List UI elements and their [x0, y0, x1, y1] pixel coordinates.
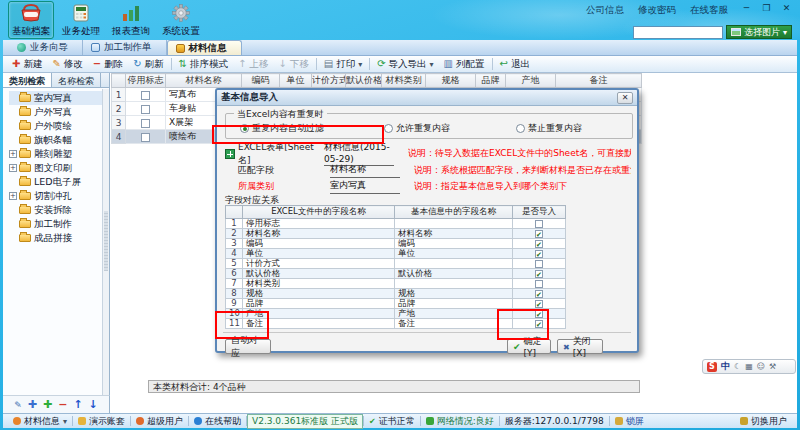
row-checkbox[interactable] — [141, 119, 150, 128]
sort-mode-button[interactable]: 排序模式 — [174, 58, 233, 71]
col-header[interactable]: 计价方式 — [312, 74, 346, 88]
tree-item[interactable]: 雕刻雕塑 — [9, 147, 109, 161]
print-button[interactable]: 打印 — [319, 58, 367, 71]
mapping-row[interactable]: 11备注备注✔ — [226, 319, 566, 329]
col-header[interactable]: 规格 — [426, 74, 476, 88]
exit-button[interactable]: 退出 — [495, 58, 535, 71]
lock-screen-button[interactable]: 锁屏 — [610, 415, 649, 428]
tree-item[interactable]: 户外写真 — [9, 105, 109, 119]
edit-button[interactable]: 修改 — [47, 58, 87, 71]
dialog-titlebar[interactable]: 基本信息导入 — [217, 90, 637, 106]
tree-item[interactable]: 成品拼接 — [9, 231, 109, 245]
col-header[interactable]: 材料名称 — [166, 74, 242, 88]
import-checkbox[interactable]: ✔ — [535, 250, 543, 258]
import-checkbox[interactable]: ✔ — [535, 300, 543, 308]
col-header[interactable]: 默认价格 — [346, 74, 382, 88]
ime-tools-icon[interactable]: ⚒ — [769, 362, 776, 372]
mapping-row[interactable]: 8规格规格✔ — [226, 289, 566, 299]
import-checkbox[interactable] — [535, 220, 543, 228]
import-checkbox[interactable]: ✔ — [535, 290, 543, 298]
column-config-button[interactable]: 列配置 — [439, 58, 490, 71]
expand-icon[interactable] — [9, 192, 17, 200]
import-checkbox[interactable]: ✔ — [535, 240, 543, 248]
match-field[interactable]: 材料名称 — [330, 163, 400, 178]
col-header[interactable]: 备注 — [556, 74, 642, 88]
tree-item[interactable]: 安装拆除 — [9, 203, 109, 217]
tree-item[interactable]: 室内写真 — [9, 91, 109, 105]
delete-button[interactable]: 删除 — [88, 58, 128, 71]
close-icon[interactable] — [779, 3, 794, 15]
import-checkbox[interactable]: ✔ — [535, 310, 543, 318]
row-checkbox[interactable] — [141, 105, 150, 114]
col-header[interactable]: 产地 — [506, 74, 556, 88]
nav-item-business[interactable]: 业务处理 — [58, 1, 104, 39]
import-export-button[interactable]: 导入导出 — [372, 58, 438, 71]
move-down-button[interactable]: 下移 — [273, 58, 313, 71]
col-header[interactable]: 停用标志 — [126, 74, 166, 88]
refresh-button[interactable]: 刷新 — [128, 58, 168, 71]
move-down-icon[interactable] — [89, 399, 98, 411]
ok-button[interactable]: 确定[Y] — [507, 339, 551, 354]
mapping-row[interactable]: 4单位单位✔ — [226, 249, 566, 259]
select-image-button[interactable]: 选择图片 — [726, 25, 792, 39]
row-checkbox[interactable] — [141, 133, 150, 142]
radio-auto-filter[interactable]: 重复内容自动过滤 — [240, 122, 324, 135]
import-checkbox[interactable]: ✔ — [535, 320, 543, 328]
radio-forbid-duplicate[interactable]: 禁止重复内容 — [516, 122, 582, 135]
mapping-row[interactable]: 6默认价格默认价格✔ — [226, 269, 566, 279]
image-path-input[interactable] — [633, 26, 723, 39]
tab-name-search[interactable]: 名称检索 — [52, 73, 101, 87]
mapping-row[interactable]: 1停用标志 — [226, 219, 566, 229]
mapping-row[interactable]: 10产地产地✔ — [226, 309, 566, 319]
link-change-password[interactable]: 修改密码 — [638, 4, 676, 17]
expand-icon[interactable] — [9, 164, 17, 172]
switch-user-button[interactable]: 切换用户 — [735, 415, 792, 428]
tab-category-search[interactable]: 类别检索 — [3, 73, 52, 87]
nav-item-settings[interactable]: 系统设置 — [158, 1, 204, 39]
ime-keyboard-icon[interactable]: ▦ — [745, 362, 753, 372]
ime-moon-icon[interactable]: ☾ — [734, 362, 741, 372]
import-checkbox[interactable]: ✔ — [535, 230, 543, 238]
ime-logo-icon[interactable]: S — [707, 362, 717, 372]
maximize-icon[interactable] — [759, 3, 774, 15]
add-green-icon[interactable] — [43, 399, 52, 411]
expand-icon[interactable] — [9, 150, 17, 158]
import-checkbox[interactable]: ✔ — [535, 270, 543, 278]
close-button[interactable]: 关闭[X] — [557, 339, 603, 354]
move-up-icon[interactable] — [73, 399, 82, 411]
mapping-row[interactable]: 7材料类别 — [226, 279, 566, 289]
status-module[interactable]: 材料信息 — [8, 415, 72, 428]
mapping-row[interactable]: 3编码编码✔ — [226, 239, 566, 249]
move-up-button[interactable]: 上移 — [233, 58, 273, 71]
tab-material-info[interactable]: 材料信息 — [167, 40, 242, 55]
tree-item[interactable]: 旗帜条幅 — [9, 133, 109, 147]
col-header[interactable]: 品牌 — [476, 74, 506, 88]
nav-item-reports[interactable]: 报表查询 — [108, 1, 154, 39]
col-header[interactable]: 编码 — [242, 74, 280, 88]
remove-icon[interactable] — [58, 399, 67, 411]
ime-user-icon[interactable]: ☺ — [757, 362, 765, 372]
dialog-close-icon[interactable] — [617, 92, 633, 104]
tab-business-wizard[interactable]: 业务向导 — [9, 40, 83, 55]
mapping-row[interactable]: 9品牌品牌✔ — [226, 299, 566, 309]
col-header[interactable]: 单位 — [280, 74, 312, 88]
add-blue-icon[interactable] — [28, 399, 37, 411]
tree-item[interactable]: 图文印刷 — [9, 161, 109, 175]
col-header[interactable]: 材料类别 — [382, 74, 426, 88]
tree-item[interactable]: 切割冲孔 — [9, 189, 109, 203]
radio-allow-duplicate[interactable]: 允许重复内容 — [384, 122, 450, 135]
status-online-help[interactable]: 在线帮助 — [189, 415, 246, 428]
edit-category-icon[interactable] — [14, 399, 22, 411]
mapping-row[interactable]: 5计价方式 — [226, 259, 566, 269]
ime-language-icon[interactable]: 中 — [721, 360, 730, 373]
minimize-icon[interactable] — [739, 3, 754, 15]
import-checkbox[interactable] — [535, 280, 543, 288]
tab-work-order[interactable]: 加工制作单 — [83, 40, 167, 55]
mapping-row[interactable]: 2材料名称材料名称✔ — [226, 229, 566, 239]
auto-match-button[interactable]: 自动对应 — [225, 339, 271, 354]
tree-item[interactable]: 户外喷绘 — [9, 119, 109, 133]
sidebar-scrollbar[interactable] — [102, 89, 109, 395]
nav-item-base-archives[interactable]: 基础档案 — [8, 1, 54, 39]
link-online-service[interactable]: 在线客服 — [690, 4, 728, 17]
import-checkbox[interactable] — [535, 260, 543, 268]
